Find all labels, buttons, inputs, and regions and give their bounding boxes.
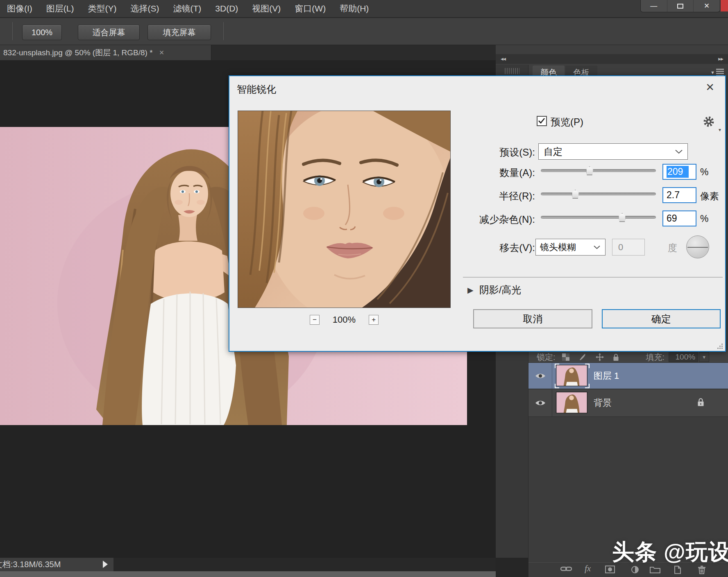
cancel-button[interactable]: 取消 bbox=[473, 309, 592, 328]
fill-dropdown-icon[interactable]: ▼ bbox=[699, 352, 709, 362]
panel-menu-lines-icon bbox=[716, 69, 724, 76]
status-expand-icon[interactable] bbox=[103, 561, 108, 568]
noise-field[interactable]: 69 bbox=[662, 210, 696, 226]
menu-window[interactable]: 窗口(W) bbox=[288, 3, 333, 14]
remove-dropdown[interactable]: 镜头模糊 bbox=[535, 239, 606, 256]
dialog-resize-grip[interactable] bbox=[717, 343, 723, 349]
status-bar: 文档:3.18M/6.35M bbox=[0, 558, 113, 571]
collapse-panels-left-icon[interactable]: ◀◀ bbox=[501, 57, 506, 61]
minimize-button[interactable]: — bbox=[641, 0, 667, 12]
preset-dropdown[interactable]: 自定 bbox=[538, 143, 688, 160]
noise-slider[interactable] bbox=[541, 216, 656, 219]
sharpen-preview-image[interactable] bbox=[238, 111, 451, 308]
expander-triangle-icon: ▶ bbox=[467, 285, 474, 295]
lock-label: 锁定: bbox=[537, 352, 556, 363]
remove-label: 移去(V): bbox=[434, 241, 535, 254]
menu-view[interactable]: 视图(V) bbox=[245, 3, 288, 14]
lock-transparency-icon[interactable] bbox=[562, 353, 569, 361]
shadows-highlights-label: 阴影/高光 bbox=[479, 283, 522, 296]
radius-label: 半径(R): bbox=[434, 190, 535, 203]
close-button[interactable]: ✕ bbox=[694, 0, 720, 12]
menu-select[interactable]: 选择(S) bbox=[124, 3, 166, 14]
remove-value: 镜头模糊 bbox=[536, 241, 594, 253]
noise-unit: % bbox=[700, 213, 708, 224]
maximize-button[interactable] bbox=[667, 0, 694, 12]
menu-3d[interactable]: 3D(D) bbox=[208, 4, 245, 14]
lock-position-move-icon[interactable] bbox=[596, 353, 604, 361]
panel-gripper-icon[interactable] bbox=[505, 68, 519, 74]
selection-corner bbox=[585, 364, 590, 368]
ok-button[interactable]: 确定 bbox=[602, 309, 721, 328]
photoshop-window: 图像(I) 图层(L) 类型(Y) 选择(S) 滤镜(T) 3D(D) 视图(V… bbox=[0, 0, 728, 577]
minimize-icon: — bbox=[650, 2, 657, 10]
angle-dial[interactable] bbox=[686, 235, 709, 258]
dock-collapse-bar: ◀◀ ▶▶ bbox=[496, 54, 728, 64]
zoom-100-button[interactable]: 100% bbox=[22, 25, 62, 40]
background-lock-icon[interactable] bbox=[697, 398, 704, 408]
window-bottom-edge bbox=[0, 571, 496, 577]
preset-label: 预设(S): bbox=[434, 146, 535, 159]
document-tab[interactable]: 832-unsplash.jpg @ 50% (图层 1, RGB/8) * × bbox=[0, 45, 211, 60]
maximize-icon bbox=[677, 4, 683, 9]
fill-screen-button[interactable]: 填充屏幕 bbox=[147, 25, 211, 40]
preview-zoom-level: 100% bbox=[333, 315, 356, 325]
amount-slider[interactable] bbox=[541, 169, 656, 172]
link-layers-icon[interactable] bbox=[560, 566, 572, 574]
fill-label: 填充: bbox=[646, 352, 665, 363]
preview-zoom-controls: − 100% + bbox=[238, 314, 451, 326]
selection-corner bbox=[585, 384, 590, 388]
layer-style-fx-icon[interactable]: fx bbox=[585, 564, 591, 572]
layer-row-layer1[interactable]: 图层 1 bbox=[528, 363, 728, 389]
watermark: 头条 @玩设 bbox=[612, 537, 728, 567]
document-size-info: 文档:3.18M/6.35M bbox=[0, 559, 61, 570]
noise-slider-thumb[interactable] bbox=[618, 213, 626, 222]
selection-corner bbox=[555, 364, 559, 368]
preview-zoom-in-button[interactable]: + bbox=[369, 315, 379, 325]
shadows-highlights-expander[interactable]: ▶ 阴影/高光 bbox=[467, 283, 521, 296]
smart-sharpen-dialog: 智能锐化 ✕ bbox=[229, 75, 726, 352]
preview-checkbox-label[interactable]: 预览(P) bbox=[551, 115, 583, 129]
lock-all-icon[interactable] bbox=[613, 353, 619, 361]
radius-slider-thumb[interactable] bbox=[572, 190, 579, 199]
menu-help[interactable]: 帮助(H) bbox=[333, 3, 376, 14]
outer-close-red-corner[interactable] bbox=[721, 0, 728, 11]
layer1-thumbnail[interactable] bbox=[556, 365, 588, 387]
menu-filter[interactable]: 滤镜(T) bbox=[166, 3, 209, 14]
collapse-panels-right-icon[interactable]: ▶▶ bbox=[718, 57, 723, 61]
amount-slider-thumb[interactable] bbox=[586, 166, 594, 175]
layer1-name[interactable]: 图层 1 bbox=[594, 370, 619, 382]
radius-field[interactable]: 2.7 bbox=[662, 187, 696, 203]
background-name[interactable]: 背景 bbox=[594, 397, 612, 409]
window-controls: — ✕ bbox=[640, 0, 720, 12]
dialog-close-icon[interactable]: ✕ bbox=[705, 81, 714, 94]
layer1-visibility-cell[interactable] bbox=[528, 363, 552, 389]
angle-unit: 度 bbox=[668, 242, 677, 254]
document-close-icon[interactable]: × bbox=[159, 48, 164, 57]
background-thumbnail[interactable] bbox=[556, 392, 588, 414]
fill-value[interactable]: 100% bbox=[669, 352, 698, 362]
preview-zoom-out-button[interactable]: − bbox=[310, 315, 320, 325]
layers-panel: 锁定: 填充: 100% ▼ 图层 1 bbox=[528, 352, 728, 562]
menu-type[interactable]: 类型(Y) bbox=[81, 3, 124, 14]
radius-slider[interactable] bbox=[541, 192, 656, 195]
check-icon bbox=[538, 118, 545, 124]
gear-icon[interactable] bbox=[703, 115, 715, 129]
amount-unit: % bbox=[700, 167, 708, 178]
menu-layer[interactable]: 图层(L) bbox=[39, 3, 81, 14]
layers-lock-row: 锁定: 填充: 100% ▼ bbox=[528, 352, 728, 363]
preview-checkbox[interactable] bbox=[537, 116, 547, 126]
angle-field[interactable]: 0 bbox=[612, 239, 645, 256]
panel-menu-caret-icon: ▼ bbox=[710, 70, 715, 75]
layer-row-background[interactable]: 背景 bbox=[528, 389, 728, 417]
panel-menu-button[interactable]: ▼ bbox=[710, 69, 724, 76]
noise-label: 减少杂色(N): bbox=[434, 213, 535, 226]
chevron-down-icon bbox=[675, 149, 683, 154]
amount-field[interactable]: 209 bbox=[662, 164, 696, 180]
fit-screen-button[interactable]: 适合屏幕 bbox=[78, 25, 140, 40]
lock-pixels-brush-icon[interactable] bbox=[578, 353, 587, 361]
menu-image[interactable]: 图像(I) bbox=[0, 3, 39, 14]
options-separator bbox=[12, 22, 13, 40]
angle-value: 0 bbox=[618, 242, 623, 253]
noise-value: 69 bbox=[667, 213, 677, 224]
background-visibility-cell[interactable] bbox=[528, 389, 552, 416]
